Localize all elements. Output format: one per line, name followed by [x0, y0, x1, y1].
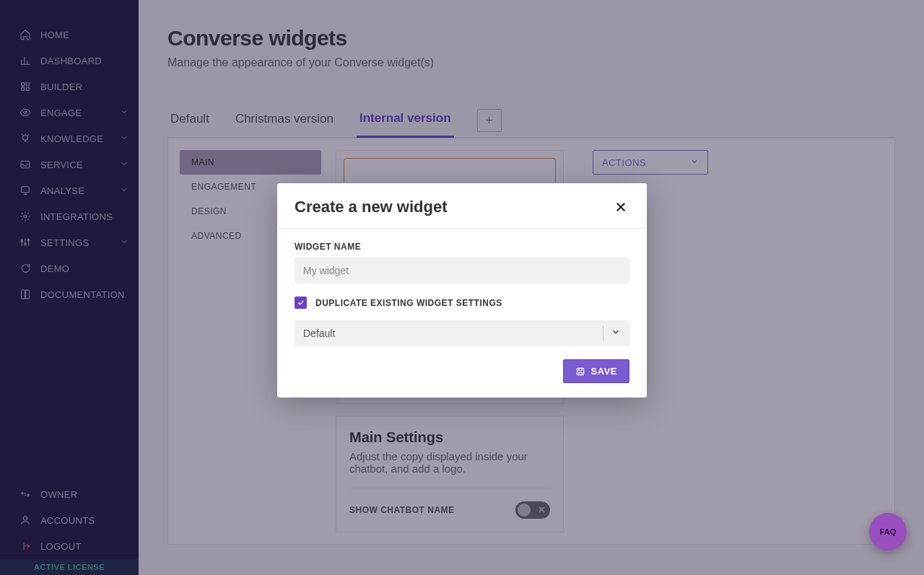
duplicate-checkbox[interactable]	[295, 297, 307, 309]
close-icon	[614, 201, 627, 214]
save-label: SAVE	[591, 366, 617, 377]
source-widget-select[interactable]: Default	[295, 320, 629, 346]
select-separator	[603, 326, 603, 341]
create-widget-modal: Create a new widget WIDGET NAME DUPLICAT…	[277, 183, 647, 398]
duplicate-label: DUPLICATE EXISTING WIDGET SETTINGS	[315, 298, 502, 308]
check-icon	[297, 299, 305, 307]
modal-title: Create a new widget	[295, 198, 448, 216]
widget-name-label: WIDGET NAME	[295, 242, 629, 252]
help-fab[interactable]: FAQ	[869, 513, 907, 550]
svg-rect-9	[577, 368, 583, 374]
widget-name-input[interactable]	[295, 258, 629, 284]
fab-label: FAQ	[880, 527, 897, 536]
duplicate-settings-row: DUPLICATE EXISTING WIDGET SETTINGS	[295, 297, 629, 309]
save-button[interactable]: SAVE	[563, 359, 629, 383]
modal-body: WIDGET NAME DUPLICATE EXISTING WIDGET SE…	[277, 229, 647, 398]
modal-close-button[interactable]	[612, 198, 629, 216]
modal-header: Create a new widget	[277, 183, 647, 229]
modal-footer: SAVE	[295, 359, 629, 383]
save-icon	[575, 366, 585, 377]
chevron-down-icon	[611, 327, 621, 340]
select-value: Default	[303, 328, 335, 339]
